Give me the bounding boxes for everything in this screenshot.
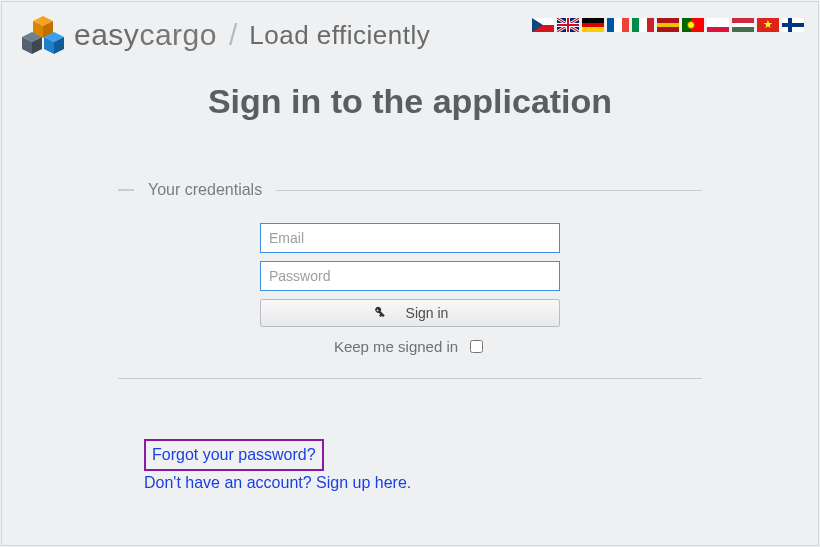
legend-text: Your credentials [148,181,262,199]
flag-czech[interactable] [532,18,554,32]
logo: easycargo [20,14,217,56]
flag-finland[interactable] [782,18,804,32]
email-field[interactable] [260,223,560,253]
header: easycargo / Load efficiently [2,2,818,64]
flag-germany[interactable] [582,18,604,32]
keep-signed-row: Keep me signed in [260,337,560,356]
flag-portugal[interactable] [682,18,704,32]
flag-spain[interactable] [657,18,679,32]
language-flags: ★ [532,18,804,32]
forgot-password-link[interactable]: Forgot your password? [144,439,324,471]
legend-line [276,190,702,191]
keep-signed-label: Keep me signed in [334,338,458,355]
cubes-icon [20,14,66,56]
flag-poland[interactable] [707,18,729,32]
flag-hungary[interactable] [732,18,754,32]
legend: Your credentials [118,181,702,199]
svg-marker-0 [532,18,543,32]
page-title: Sign in to the application [2,82,818,121]
flag-uk[interactable] [557,18,579,32]
password-field[interactable] [260,261,560,291]
keep-signed-checkbox[interactable] [470,340,483,353]
flag-vietnam[interactable]: ★ [757,18,779,32]
signin-label: Sign in [406,305,449,321]
main-content: Your credentials Sign in Keep me signed … [118,181,702,495]
flag-italy[interactable] [632,18,654,32]
signin-button[interactable]: Sign in [260,299,560,327]
legend-dash [118,189,134,191]
signup-link[interactable]: Don't have an account? Sign up here. [144,471,411,495]
svg-rect-4 [557,24,579,26]
links: Forgot your password? Don't have an acco… [118,439,702,495]
divider [118,378,702,379]
separator: / [229,18,237,52]
key-icon [369,303,389,323]
brand-easy: easy [74,18,139,51]
login-form: Sign in Keep me signed in [260,223,560,356]
brand-name: easycargo [74,18,217,52]
brand-cargo: cargo [139,18,217,51]
flag-france[interactable] [607,18,629,32]
tagline: Load efficiently [249,20,430,51]
